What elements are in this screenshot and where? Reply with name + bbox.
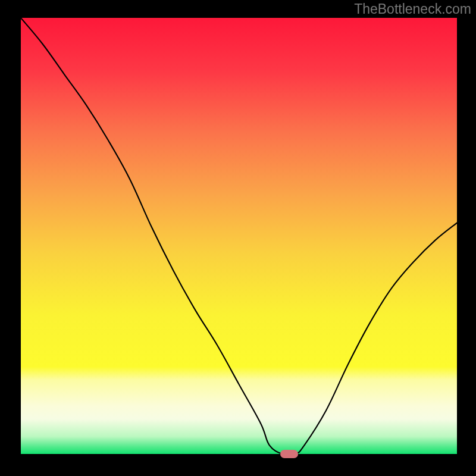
watermark-text: TheBottleneck.com [354, 1, 471, 17]
chart-container: TheBottleneck.com [0, 0, 476, 476]
optimal-marker [280, 450, 298, 458]
plot-area [21, 18, 457, 454]
gradient-background [21, 18, 457, 454]
chart-svg [21, 18, 457, 454]
